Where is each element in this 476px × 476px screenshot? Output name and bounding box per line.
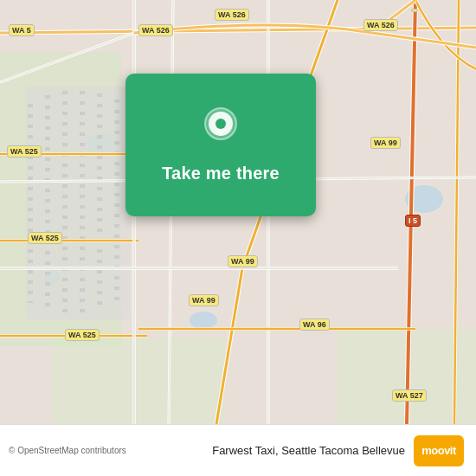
svg-rect-6 [52,338,225,424]
location-icon [197,106,244,153]
road-label-wa525-far: WA 525 [7,145,42,158]
take-me-there-button[interactable]: Take me there [125,74,316,216]
road-label-wa96: WA 96 [299,318,330,331]
map: WA 5 WA 526 WA 526 WA 526 WA 525 WA 525 … [0,0,476,424]
road-label-wa99-right: WA 99 [370,137,401,149]
road-label-wa99-bot2: WA 99 [189,294,219,306]
app-info: Farwest Taxi, Seattle Tacoma Bellevue mo… [212,435,464,466]
road-label-wa526-right: WA 526 [363,19,398,31]
road-label-wa5-left: WA 5 [9,24,35,36]
moovit-logo: moovit [414,435,464,466]
road-label-wa525-mid: WA 525 [28,232,62,244]
app-title: Farwest Taxi, Seattle Tacoma Bellevue [212,444,405,457]
road-label-wa526-mid: WA 526 [215,9,249,21]
road-label-i5: I 5 [405,215,421,227]
svg-point-3 [190,312,217,329]
take-me-label: Take me there [162,164,280,183]
bottom-bar: © OpenStreetMap contributors Farwest Tax… [0,424,476,476]
moovit-logo-text: moovit [421,444,456,457]
road-label-wa527-bot: WA 527 [392,389,427,402]
road-label-wa525-bot: WA 525 [65,329,100,341]
attribution: © OpenStreetMap contributors [9,446,126,455]
road-label-wa99-bot1: WA 99 [228,255,258,267]
road-label-wa527-top [411,9,418,12]
svg-point-51 [215,119,226,129]
road-label-wa526-left: WA 526 [138,24,173,36]
